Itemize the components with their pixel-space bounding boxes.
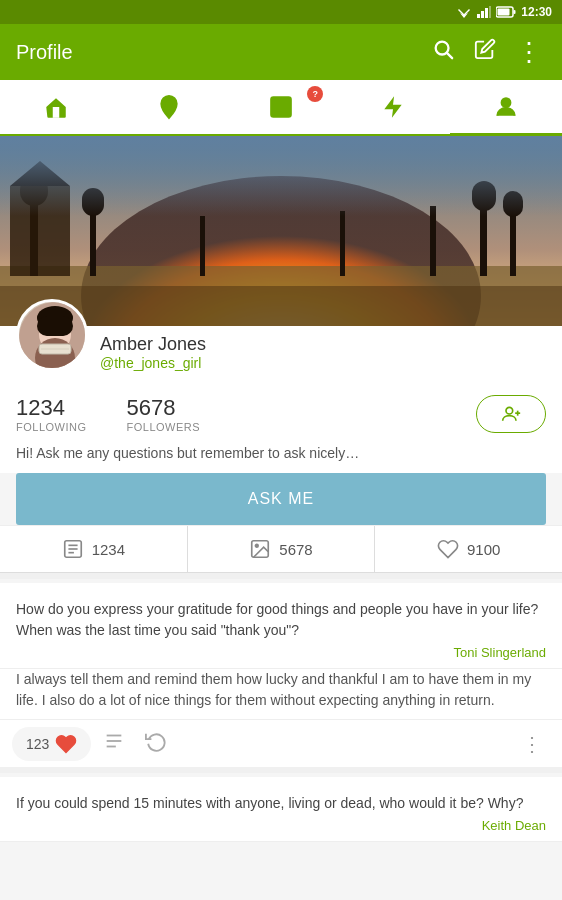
svg-rect-23: [90, 206, 96, 276]
svg-rect-8: [498, 9, 510, 16]
nav-tabs: ?: [0, 80, 562, 136]
top-bar: Profile ⋮: [0, 24, 562, 80]
tab-list[interactable]: ?: [225, 80, 337, 134]
likes-icon: [437, 538, 459, 560]
posts-icon: [62, 538, 84, 560]
svg-rect-25: [10, 186, 70, 276]
section-divider-2: [0, 767, 562, 773]
photos-icon: [249, 538, 271, 560]
svg-rect-22: [20, 176, 48, 206]
home-icon: [43, 94, 69, 120]
list-action-icon-1[interactable]: [95, 726, 133, 761]
followers-count: 5678: [127, 395, 201, 421]
list-icon-1: [103, 730, 125, 752]
search-icon: [432, 38, 454, 60]
section-divider-1: [0, 573, 562, 579]
lightning-icon: [380, 94, 406, 120]
following-label: FOLLOWING: [16, 421, 87, 433]
status-bar: 12:30: [0, 0, 562, 24]
followers-label: FOLLOWERS: [127, 421, 201, 433]
svg-rect-24: [82, 188, 104, 216]
svg-point-44: [506, 407, 513, 414]
photos-count: 5678: [279, 541, 312, 558]
svg-point-11: [166, 101, 171, 106]
edit-icon: [474, 38, 496, 60]
question-text-1: How do you express your gratitude for go…: [16, 599, 546, 641]
cover-image: [0, 136, 562, 326]
tab-profile[interactable]: [450, 80, 562, 134]
page-title: Profile: [16, 41, 416, 64]
tab-home[interactable]: [0, 80, 112, 134]
svg-point-17: [501, 98, 510, 107]
question-text-2: If you could spend 15 minutes with anyon…: [16, 793, 546, 814]
battery-icon: [496, 6, 516, 18]
followers-stat: 5678 FOLLOWERS: [127, 395, 201, 433]
svg-rect-4: [485, 8, 488, 18]
status-icons: 12:30: [456, 5, 552, 19]
heart-icon-1: [55, 733, 77, 755]
follow-button[interactable]: [476, 395, 546, 433]
refresh-icon-1: [145, 730, 167, 752]
svg-rect-27: [480, 201, 487, 276]
svg-rect-33: [340, 211, 345, 276]
question-block-2: If you could spend 15 minutes with anyon…: [0, 777, 562, 842]
svg-line-10: [447, 53, 452, 58]
cover-scene: [0, 136, 562, 326]
profile-section: Amber Jones @the_jones_girl: [0, 326, 562, 383]
question-block-1: How do you express your gratitude for go…: [0, 583, 562, 669]
answer-text-1: I always tell them and remind them how l…: [0, 669, 562, 719]
action-bar-1: 123 ⋮: [0, 719, 562, 767]
svg-marker-26: [10, 161, 70, 186]
add-person-icon: [501, 404, 521, 424]
search-button[interactable]: [428, 34, 458, 70]
refresh-action-icon-1[interactable]: [137, 726, 175, 761]
question-author-1: Toni Slingerland: [16, 645, 546, 660]
svg-marker-16: [385, 96, 402, 118]
stats-tabs: 1234 5678 9100: [0, 525, 562, 573]
svg-point-52: [256, 544, 259, 547]
more-button[interactable]: ⋮: [512, 33, 546, 72]
posts-count: 1234: [92, 541, 125, 558]
stats-row: 1234 FOLLOWING 5678 FOLLOWERS: [0, 383, 562, 437]
following-stat: 1234 FOLLOWING: [16, 395, 87, 433]
stats-tab-likes[interactable]: 9100: [375, 526, 562, 572]
notification-badge: ?: [307, 86, 323, 102]
cover-svg: [0, 136, 562, 326]
svg-rect-5: [489, 6, 491, 18]
profile-icon: [493, 94, 519, 120]
like-button-1[interactable]: 123: [12, 727, 91, 761]
like-count-1: 123: [26, 736, 49, 752]
svg-marker-1: [460, 13, 468, 18]
post-2: If you could spend 15 minutes with anyon…: [0, 777, 562, 842]
question-author-2: Keith Dean: [16, 818, 546, 833]
svg-rect-28: [472, 181, 496, 211]
tab-lightning[interactable]: [337, 80, 449, 134]
profile-handle: @the_jones_girl: [100, 355, 206, 371]
svg-rect-32: [200, 216, 205, 276]
edit-button[interactable]: [470, 34, 500, 70]
svg-marker-0: [458, 9, 470, 16]
following-count: 1234: [16, 395, 87, 421]
svg-rect-2: [477, 14, 480, 18]
profile-name: Amber Jones: [100, 334, 206, 355]
likes-count: 9100: [467, 541, 500, 558]
stats-tab-photos[interactable]: 5678: [188, 526, 376, 572]
svg-rect-43: [37, 316, 73, 336]
svg-rect-3: [481, 11, 484, 18]
avatar: [16, 299, 88, 371]
svg-rect-31: [430, 206, 436, 276]
profile-info: Amber Jones @the_jones_girl: [100, 334, 206, 371]
bio-text: Hi! Ask me any questions but remember to…: [0, 437, 562, 473]
avatar-svg: [19, 302, 88, 371]
post-1: How do you express your gratitude for go…: [0, 583, 562, 767]
profile-row: Amber Jones @the_jones_girl: [16, 326, 546, 371]
location-icon: [156, 94, 182, 120]
svg-rect-30: [503, 191, 523, 217]
tab-location[interactable]: [112, 80, 224, 134]
stats-tab-posts[interactable]: 1234: [0, 526, 188, 572]
svg-rect-7: [514, 10, 516, 14]
svg-rect-29: [510, 211, 516, 276]
more-action-button-1[interactable]: ⋮: [514, 728, 550, 760]
list-icon: [268, 94, 294, 120]
ask-me-button[interactable]: ASK ME: [16, 473, 546, 525]
